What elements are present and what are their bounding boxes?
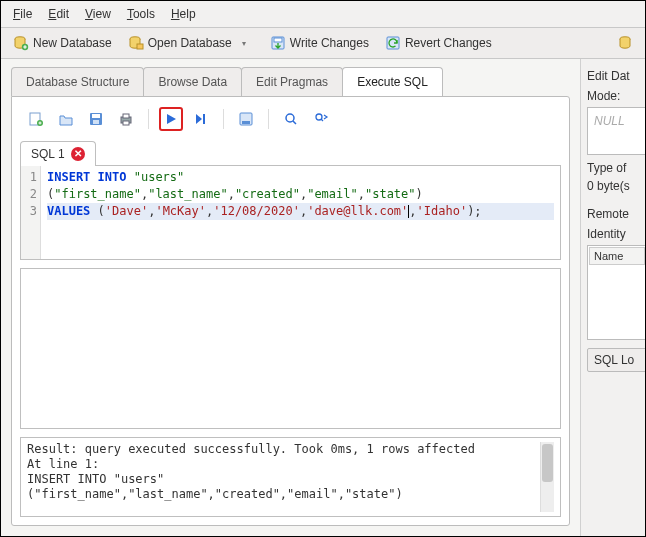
execute-sql-panel: SQL 1 ✕ 1 2 3 INSERT INTO "users"("first… bbox=[11, 96, 570, 526]
new-database-button[interactable]: New Database bbox=[7, 32, 118, 54]
svg-rect-15 bbox=[123, 121, 129, 125]
identity-name-header: Name bbox=[589, 247, 645, 265]
svg-rect-12 bbox=[93, 120, 99, 124]
open-db-dropdown[interactable]: ▾ bbox=[240, 39, 248, 48]
sql-toolbar bbox=[20, 105, 561, 133]
tab-db-structure[interactable]: Database Structure bbox=[11, 67, 144, 96]
menu-file[interactable]: File bbox=[5, 3, 40, 25]
side-title: Edit Dat bbox=[587, 69, 641, 83]
execute-current-line-button[interactable] bbox=[189, 107, 213, 131]
save-result-button[interactable] bbox=[234, 107, 258, 131]
identity-label: Identity bbox=[587, 227, 641, 241]
execute-sql-button[interactable] bbox=[159, 107, 183, 131]
cell-value-box[interactable]: NULL bbox=[587, 107, 645, 155]
menu-help[interactable]: Help bbox=[163, 3, 204, 25]
revert-changes-icon bbox=[385, 35, 401, 51]
write-changes-icon bbox=[270, 35, 286, 51]
remote-label: Remote bbox=[587, 207, 641, 221]
result-scrollbar[interactable] bbox=[540, 442, 554, 512]
editor-gutter: 1 2 3 bbox=[21, 166, 41, 259]
toolbar-right-button[interactable] bbox=[611, 32, 639, 54]
db-open-icon bbox=[128, 35, 144, 51]
svg-rect-11 bbox=[92, 114, 100, 118]
mode-label: Mode: bbox=[587, 89, 641, 103]
bytes-label: 0 byte(s bbox=[587, 179, 641, 193]
type-label: Type of bbox=[587, 161, 641, 175]
sql-editor-tab-1[interactable]: SQL 1 ✕ bbox=[20, 141, 96, 166]
find-button[interactable] bbox=[279, 107, 303, 131]
db-right-icon bbox=[617, 35, 633, 51]
svg-rect-18 bbox=[242, 121, 250, 124]
write-changes-label: Write Changes bbox=[290, 36, 369, 50]
sql-tab-label: SQL 1 bbox=[31, 147, 65, 161]
result-log-text: Result: query executed successfully. Too… bbox=[27, 442, 540, 512]
svg-rect-16 bbox=[203, 114, 205, 124]
print-sql-button[interactable] bbox=[114, 107, 138, 131]
svg-rect-5 bbox=[274, 38, 282, 42]
sql-log-button[interactable]: SQL Lo bbox=[587, 348, 645, 372]
tab-browse-data[interactable]: Browse Data bbox=[143, 67, 242, 96]
side-panel: Edit Dat Mode: NULL Type of 0 byte(s Rem… bbox=[580, 59, 645, 536]
menu-edit[interactable]: Edit bbox=[40, 3, 77, 25]
results-grid[interactable] bbox=[20, 268, 561, 429]
svg-point-19 bbox=[286, 114, 294, 122]
sql-editor[interactable]: 1 2 3 INSERT INTO "users"("first_name","… bbox=[20, 165, 561, 260]
menu-tools[interactable]: Tools bbox=[119, 3, 163, 25]
revert-changes-button[interactable]: Revert Changes bbox=[379, 32, 498, 54]
save-sql-button[interactable] bbox=[84, 107, 108, 131]
close-tab-icon[interactable]: ✕ bbox=[71, 147, 85, 161]
result-log[interactable]: Result: query executed successfully. Too… bbox=[20, 437, 561, 517]
revert-changes-label: Revert Changes bbox=[405, 36, 492, 50]
new-sql-tab-button[interactable] bbox=[24, 107, 48, 131]
editor-code[interactable]: INSERT INTO "users"("first_name","last_n… bbox=[41, 166, 560, 259]
svg-rect-14 bbox=[123, 114, 129, 118]
db-new-icon bbox=[13, 35, 29, 51]
tab-edit-pragmas[interactable]: Edit Pragmas bbox=[241, 67, 343, 96]
menu-view[interactable]: View bbox=[77, 3, 119, 25]
main-tabs: Database Structure Browse Data Edit Prag… bbox=[11, 67, 570, 96]
open-db-label: Open Database bbox=[148, 36, 232, 50]
menubar: File Edit View Tools Help bbox=[1, 1, 645, 28]
find-replace-button[interactable] bbox=[309, 107, 333, 131]
svg-rect-3 bbox=[137, 44, 143, 49]
identity-list[interactable]: Name bbox=[587, 245, 645, 340]
main-toolbar: New Database Open Database ▾ Write Chang… bbox=[1, 28, 645, 59]
write-changes-button[interactable]: Write Changes bbox=[264, 32, 375, 54]
open-sql-button[interactable] bbox=[54, 107, 78, 131]
tab-execute-sql[interactable]: Execute SQL bbox=[342, 67, 443, 96]
new-db-label: New Database bbox=[33, 36, 112, 50]
open-database-button[interactable]: Open Database bbox=[122, 32, 238, 54]
